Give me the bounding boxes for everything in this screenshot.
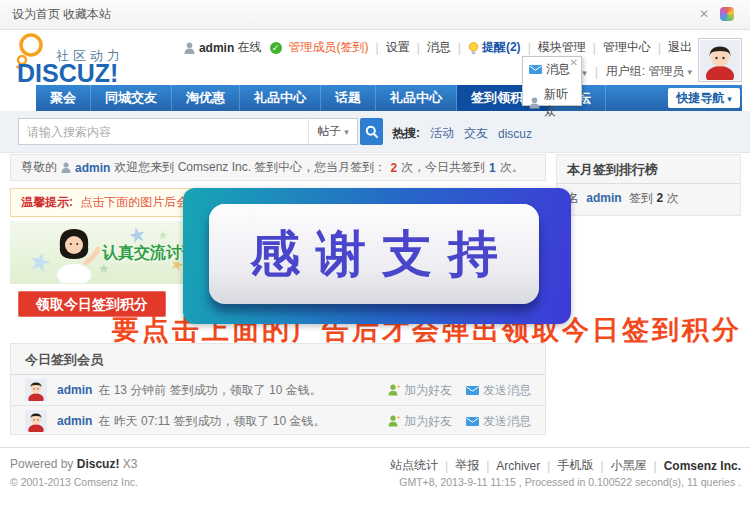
user-links-row: admin 在线 ✓ 管理成员(签到) 设置 消息 提醒(2) 模块管理 管理中… (184, 39, 692, 56)
hot-search-label: 热搜: (392, 125, 420, 142)
footer-links: 站点统计 举报 Archiver 手机版 小黑屋 Comsenz Inc. (390, 457, 741, 474)
settings-link[interactable]: 设置 (386, 39, 410, 56)
member-username[interactable]: admin (57, 414, 92, 428)
usergroup-select[interactable]: 用户组: 管理员 (606, 63, 692, 80)
footer-link-mobile[interactable]: 手机版 (557, 457, 593, 474)
member-row: admin 在 13 分钟前 签到成功，领取了 10 金钱。 加为好友 发送消息 (11, 375, 545, 406)
today-signin-count: 1 (489, 161, 496, 175)
quick-nav-label: 快捷导航 (676, 91, 732, 105)
module-manage-link[interactable]: 模块管理 (538, 39, 586, 56)
rank-username[interactable]: admin (586, 191, 621, 205)
footer: Powered by Discuz! X3 © 2001-2013 Comsen… (0, 447, 750, 523)
watermark-stamp: 感谢支持 (183, 188, 571, 324)
add-friend-link[interactable]: 加为好友 (388, 413, 452, 430)
welcome-suffix: 次。 (500, 159, 524, 176)
powered-by: Powered by Discuz! X3 (10, 457, 137, 471)
welcome-mid2: 次，今日共签到 (401, 159, 485, 176)
divider (593, 459, 610, 473)
footer-brand[interactable]: Discuz! (77, 457, 120, 471)
welcome-username[interactable]: admin (75, 161, 110, 175)
divider (451, 41, 468, 55)
divider (586, 41, 603, 55)
divider (651, 41, 668, 55)
reminder-link[interactable]: 提醒(2) (482, 39, 521, 56)
user-meta-row: 3 用户组: 管理员 (572, 63, 692, 80)
banner-person-illustration (46, 225, 102, 283)
mail-icon (529, 65, 542, 74)
header-username[interactable]: admin (199, 41, 234, 55)
monthly-rank-panel: 本月签到排行榜 名 admin 签到 2 次 (556, 154, 741, 216)
member-avatar[interactable] (25, 379, 47, 401)
powered-prefix: Powered by (10, 457, 73, 471)
footer-link-stats[interactable]: 站点统计 (390, 457, 438, 474)
search-box: 帖子 (18, 118, 358, 145)
member-actions: 加为好友 发送消息 (388, 413, 531, 430)
nav-item-lipin1[interactable]: 礼品中心 (240, 85, 321, 111)
member-avatar[interactable] (25, 410, 47, 432)
footer-meta: GMT+8, 2013-9-11 11:15 , Processed in 0.… (399, 476, 741, 488)
logo-text: DISCUZ! (17, 59, 118, 88)
messages-link[interactable]: 消息 (427, 39, 451, 56)
hot-link-jiaoyou[interactable]: 交友 (464, 125, 488, 142)
switch-width-icon[interactable]: ✕ (699, 7, 709, 21)
welcome-middle: 欢迎您来到 Comsenz Inc. 签到中心，您当月签到： (114, 159, 386, 176)
divider (647, 459, 664, 473)
set-home-link[interactable]: 设为首页 (12, 0, 60, 28)
add-friend-label: 加为好友 (404, 382, 452, 399)
member-signin-text: 在 昨天 07:11 签到成功，领取了 10 金钱。 (98, 413, 325, 430)
divider (479, 459, 496, 473)
footer-link-comsenz[interactable]: Comsenz Inc. (664, 459, 741, 473)
footer-link-report[interactable]: 举报 (455, 457, 479, 474)
group-check-icon: ✓ (270, 42, 282, 54)
add-friend-label: 加为好友 (404, 413, 452, 430)
send-message-link[interactable]: 发送消息 (466, 382, 531, 399)
send-message-label: 发送消息 (483, 413, 531, 430)
quick-nav-button[interactable]: 快捷导航 (668, 88, 740, 108)
members-panel-title: 今日签到会员 (11, 344, 545, 375)
add-friend-icon (388, 384, 400, 396)
qq-connect-icon[interactable] (720, 7, 734, 21)
search-scope-select[interactable]: 帖子 (308, 119, 357, 145)
close-icon[interactable]: ✕ (570, 57, 578, 68)
user-icon (184, 42, 195, 54)
footer-link-darkroom[interactable]: 小黑屋 (611, 457, 647, 474)
member-username[interactable]: admin (57, 383, 92, 397)
month-signin-count: 2 (390, 161, 397, 175)
nav-item-lipin2[interactable]: 礼品中心 (376, 85, 457, 111)
nav-item-juhui[interactable]: 聚会 (36, 85, 91, 111)
welcome-bar: 尊敬的 admin 欢迎您来到 Comsenz Inc. 签到中心，您当月签到：… (10, 154, 546, 181)
hot-link-discuz[interactable]: discuz (498, 127, 532, 141)
member-actions: 加为好友 发送消息 (388, 382, 531, 399)
search-input[interactable] (19, 125, 308, 139)
nav-item-taoyouhui[interactable]: 淘优惠 (172, 85, 240, 111)
logout-link[interactable]: 退出 (668, 39, 692, 56)
listener-icon (529, 97, 540, 109)
divider (410, 41, 427, 55)
divider (438, 459, 455, 473)
divider (369, 41, 386, 55)
search-icon (365, 125, 379, 139)
avatar[interactable] (698, 38, 742, 82)
page: 设为首页 收藏本站 ✕ 社区动力 DISCUZ! admin 在线 ✓ (0, 0, 750, 523)
usergroup-badge[interactable]: 管理成员(签到) (289, 39, 369, 56)
discuz-logo[interactable]: 社区动力 DISCUZ! (12, 33, 162, 83)
search-button[interactable] (360, 118, 383, 145)
watermark-plate: 感谢支持 (209, 204, 539, 304)
welcome-prefix: 尊敬的 (21, 159, 57, 176)
nav-item-huati[interactable]: 话题 (321, 85, 376, 111)
mail-icon (466, 386, 479, 395)
divider (540, 459, 557, 473)
star-icon: ★ (158, 229, 168, 242)
dropdown-item-new-listener[interactable]: 新听众 (523, 82, 581, 124)
member-row: admin 在 昨天 07:11 签到成功，领取了 10 金钱。 加为好友 发送… (11, 406, 545, 436)
send-message-link[interactable]: 发送消息 (466, 413, 531, 430)
bookmark-link[interactable]: 收藏本站 (63, 0, 111, 28)
nav-item-tongcheng[interactable]: 同城交友 (91, 85, 172, 111)
send-message-label: 发送消息 (483, 382, 531, 399)
today-signin-members-panel: 今日签到会员 admin 在 13 分钟前 签到成功，领取了 10 金钱。 (10, 343, 546, 435)
footer-link-archiver[interactable]: Archiver (496, 459, 540, 473)
add-friend-icon (388, 415, 400, 427)
add-friend-link[interactable]: 加为好友 (388, 382, 452, 399)
admin-center-link[interactable]: 管理中心 (603, 39, 651, 56)
hot-link-huodong[interactable]: 活动 (430, 125, 454, 142)
